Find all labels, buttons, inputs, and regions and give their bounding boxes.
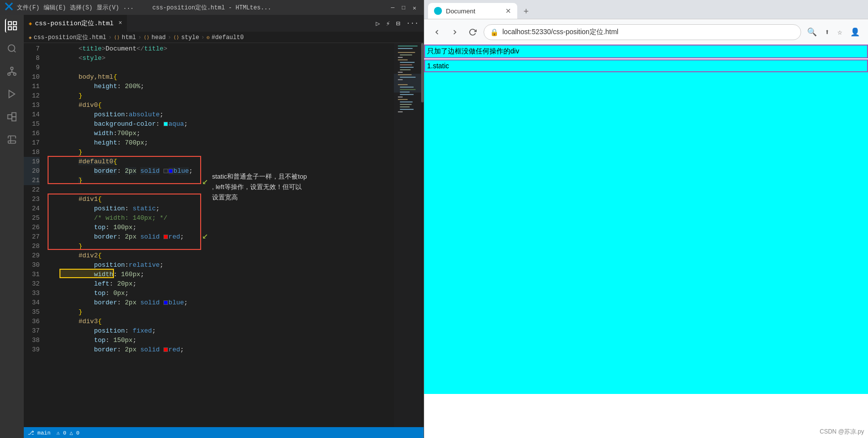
menu-view[interactable]: 显示(V) xyxy=(97,3,119,12)
svg-rect-31 xyxy=(398,79,403,80)
demo-div-static-text: 1.static xyxy=(427,62,449,70)
demo-div-static: 1.static xyxy=(424,59,868,72)
menu-select[interactable]: 选择(S) xyxy=(70,3,93,12)
editor-main: ◈ css-position定位.html × ▷ ⚡ ⊟ ··· ◈ css-… xyxy=(0,15,424,438)
svg-rect-20 xyxy=(400,54,412,55)
activity-extensions[interactable] xyxy=(5,110,19,124)
svg-rect-21 xyxy=(398,57,403,58)
browser-viewport: 只加了边框没做任何操作的div 1.static CSDN @苏凉.py xyxy=(424,45,868,438)
svg-rect-17 xyxy=(398,46,418,47)
menu-more[interactable]: ... xyxy=(123,4,134,11)
code-editor[interactable]: 7 8 9 10 11 12 13 14 15 16 17 18 19 20 2… xyxy=(24,43,424,427)
menu-file[interactable]: 文件(F) xyxy=(17,3,40,12)
breadcrumb-html[interactable]: html xyxy=(122,34,136,41)
demo-div-top-text: 只加了边框没做任何操作的div xyxy=(427,47,519,56)
svg-rect-3 xyxy=(8,27,11,30)
svg-rect-27 xyxy=(398,72,403,73)
tab-filename: css-position定位.html xyxy=(35,19,114,28)
svg-rect-22 xyxy=(398,59,408,60)
editor-tab[interactable]: ◈ css-position定位.html × xyxy=(24,15,127,32)
browser-toolbar-actions: 🔍 ⬆ ☆ 👤 xyxy=(805,25,862,39)
more-icon[interactable]: ··· xyxy=(406,19,419,27)
browser-panel: Document ✕ + 🔒 localhost:52330/css-posit… xyxy=(424,0,868,438)
activity-test[interactable] xyxy=(5,133,19,146)
breadcrumb-html-icon: ⟨⟩ xyxy=(114,35,120,41)
breadcrumb-file[interactable]: css-position定位.html xyxy=(34,33,106,42)
svg-point-7 xyxy=(13,73,16,75)
tab-close-btn[interactable]: × xyxy=(118,20,122,27)
browser-tab-active[interactable]: Document ✕ xyxy=(428,3,517,19)
svg-rect-42 xyxy=(400,109,414,110)
svg-rect-26 xyxy=(400,69,411,70)
breadcrumb-sep-2: › xyxy=(138,34,142,41)
browser-chrome: Document ✕ + 🔒 localhost:52330/css-posit… xyxy=(424,0,868,45)
address-url: localhost:52330/css-position定位.html xyxy=(502,28,618,37)
browser-tab-title: Document xyxy=(446,7,475,15)
svg-rect-40 xyxy=(400,104,412,105)
browser-search-button[interactable]: 🔍 xyxy=(805,25,819,39)
svg-rect-32 xyxy=(398,84,408,85)
breadcrumb-sep-3: › xyxy=(168,34,171,41)
browser-new-tab-button[interactable]: + xyxy=(519,5,533,19)
svg-rect-16 xyxy=(394,43,424,427)
maximize-button[interactable]: □ xyxy=(402,4,408,10)
svg-rect-1 xyxy=(13,22,16,25)
breadcrumb-file-icon: ◈ xyxy=(29,35,32,41)
browser-tab-close[interactable]: ✕ xyxy=(505,7,511,15)
status-errors: ⚠ 0 △ 0 xyxy=(56,430,79,436)
browser-share-button[interactable]: ⬆ xyxy=(823,25,832,39)
svg-line-10 xyxy=(9,72,12,73)
activity-run[interactable] xyxy=(5,87,19,101)
browser-tab-bar: Document ✕ + xyxy=(424,0,868,19)
code-text[interactable]: <title>Document</title> <style> body,htm… xyxy=(44,43,394,427)
browser-back-button[interactable] xyxy=(430,25,444,39)
demo-div-top: 只加了边框没做任何操作的div xyxy=(424,45,868,58)
lock-icon: 🔒 xyxy=(490,28,498,36)
line-numbers: 7 8 9 10 11 12 13 14 15 16 17 18 19 20 2… xyxy=(24,43,44,427)
status-branch: ⎇ main xyxy=(28,430,51,436)
breadcrumb-head[interactable]: head xyxy=(152,34,166,41)
svg-rect-14 xyxy=(12,113,16,117)
svg-rect-39 xyxy=(400,101,413,102)
editor-panel: 文件(F) 编辑(E) 选择(S) 显示(V) ... css-position… xyxy=(0,0,424,438)
svg-rect-29 xyxy=(398,74,412,75)
browser-forward-button[interactable] xyxy=(448,25,462,39)
svg-rect-30 xyxy=(400,77,416,78)
debug-icon[interactable]: ⚡ xyxy=(386,19,390,28)
breadcrumb-style[interactable]: style xyxy=(181,34,199,41)
svg-marker-12 xyxy=(9,91,15,98)
run-icon[interactable]: ▷ xyxy=(376,19,380,28)
activity-git[interactable] xyxy=(5,64,19,78)
svg-rect-41 xyxy=(400,106,410,107)
minimize-button[interactable]: ─ xyxy=(391,4,397,10)
close-button[interactable]: ✕ xyxy=(413,4,419,10)
svg-point-4 xyxy=(8,45,15,51)
window-title: css-position定位.html - HTMLtes... xyxy=(152,3,271,12)
breadcrumb-selector-icon: ⊙ xyxy=(207,35,210,41)
svg-line-11 xyxy=(12,72,15,73)
tab-html-icon: ◈ xyxy=(29,20,32,27)
svg-rect-24 xyxy=(400,64,412,65)
browser-bookmark-button[interactable]: ☆ xyxy=(835,25,844,39)
editor-inner: ◈ css-position定位.html × ▷ ⚡ ⊟ ··· ◈ css-… xyxy=(24,15,424,438)
breadcrumb-sep-1: › xyxy=(108,34,111,41)
browser-refresh-button[interactable] xyxy=(466,25,480,39)
breadcrumb-selector[interactable]: #default0 xyxy=(212,34,244,41)
breadcrumb: ◈ css-position定位.html › ⟨⟩ html › ⟨⟩ hea… xyxy=(24,32,424,43)
demo-div-main xyxy=(424,72,868,394)
window-controls: ─ □ ✕ xyxy=(391,4,419,10)
split-icon[interactable]: ⊟ xyxy=(396,19,400,28)
browser-content: 只加了边框没做任何操作的div 1.static xyxy=(424,45,868,438)
breadcrumb-style-icon: ⟨⟩ xyxy=(173,35,179,41)
browser-profile-button[interactable]: 👤 xyxy=(848,25,862,39)
svg-rect-18 xyxy=(398,48,413,49)
activity-search[interactable] xyxy=(5,42,19,55)
minimap xyxy=(394,43,424,427)
svg-rect-35 xyxy=(400,92,410,93)
svg-point-6 xyxy=(11,67,13,70)
svg-rect-34 xyxy=(400,89,416,90)
address-bar[interactable]: 🔒 localhost:52330/css-position定位.html xyxy=(484,24,801,40)
svg-rect-0 xyxy=(8,22,11,25)
menu-edit[interactable]: 编辑(E) xyxy=(44,3,66,12)
activity-explorer[interactable] xyxy=(5,19,19,33)
